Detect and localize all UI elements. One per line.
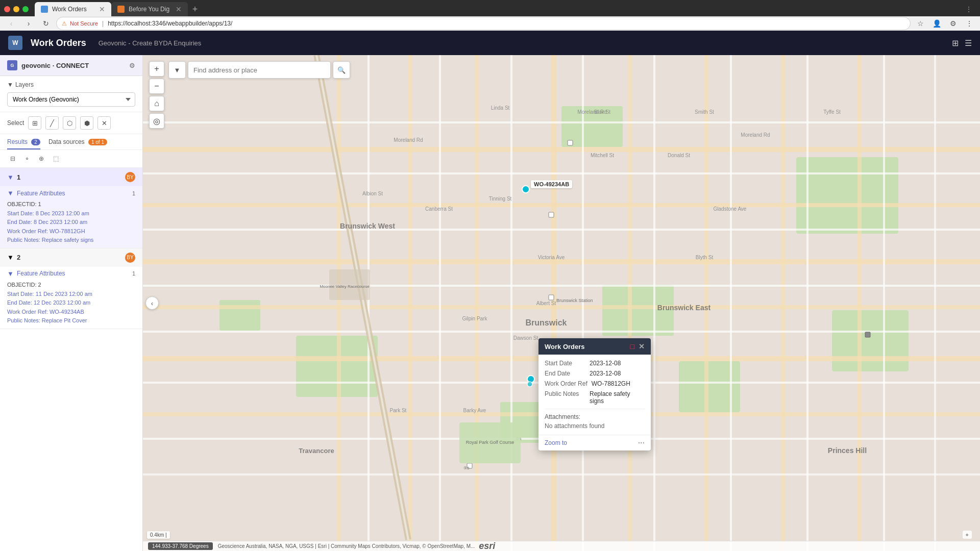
svg-rect-32	[439, 55, 441, 551]
svg-rect-38	[883, 55, 885, 551]
panel-collapse-button[interactable]: ‹	[145, 296, 159, 310]
select-tool-2[interactable]: ╱	[45, 116, 59, 130]
attr-end-1: End Date: 8 Dec 2023 12:00 am	[7, 218, 135, 227]
feature-attrs-count-1: 1	[132, 190, 135, 196]
svg-text:Tinning St: Tinning St	[489, 196, 512, 202]
layer-select[interactable]: Work Orders (Geovonic)	[7, 92, 135, 107]
svg-text:Albion St: Albion St	[362, 191, 383, 196]
popup-row-enddate: End Date 2023-12-08	[545, 370, 645, 377]
select-tool-1[interactable]: ⊞	[28, 116, 41, 130]
select-tools: Select ⊞ ╱ ⬡ ⬢ ✕	[0, 112, 142, 134]
location-button[interactable]: ◎	[149, 113, 164, 129]
attr-objectid-1: OBJECTID: 1	[7, 200, 135, 209]
tab-datasources[interactable]: Data sources 1 of 1	[48, 138, 107, 149]
result-group-header-1[interactable]: ▼ 1 BY	[0, 168, 142, 186]
svg-text:Gladstone Ave: Gladstone Ave	[714, 206, 747, 212]
svg-rect-69	[549, 212, 554, 217]
result-group-header-2[interactable]: ▼ 2 BY	[0, 248, 142, 267]
svg-rect-7	[832, 310, 909, 371]
result-group-1: ▼ 1 BY ▼ Feature Attributes 1 OBJECTID: …	[0, 168, 142, 248]
results-badge: 2	[31, 139, 40, 145]
map-area[interactable]: Brunswick West Brunswick Brunswick East …	[143, 55, 980, 551]
window-close[interactable]	[4, 6, 10, 12]
results-tool-layout[interactable]: ⊟	[7, 153, 18, 164]
attr-start-2: Start Date: 11 Dec 2023 12:00 am	[7, 290, 135, 299]
svg-text:Barky Ave: Barky Ave	[463, 408, 486, 413]
new-tab-button[interactable]: +	[188, 2, 202, 16]
svg-rect-25	[143, 229, 980, 231]
svg-text:Princes Hill: Princes Hill	[828, 446, 867, 455]
svg-text:Moreland Rd: Moreland Rd	[741, 132, 770, 138]
zoom-out-button[interactable]: −	[149, 79, 164, 94]
layers-label: ▼ Layers	[7, 81, 135, 88]
select-tool-clear[interactable]: ✕	[97, 116, 111, 130]
svg-rect-72	[568, 140, 573, 145]
forward-button[interactable]: ›	[21, 16, 36, 31]
header-menu-icon[interactable]: ☰	[965, 38, 972, 48]
panel-logo: G	[7, 60, 17, 70]
menu-button[interactable]: ⋮	[963, 17, 976, 30]
map-label-wo: WO-49234AB	[531, 180, 572, 188]
map-search-submit[interactable]: 🔍	[333, 61, 350, 79]
svg-text:Brunswick West: Brunswick West	[340, 222, 395, 230]
tab-close-1[interactable]: ✕	[99, 5, 105, 13]
back-button[interactable]: ‹	[4, 16, 18, 31]
map-search-dropdown[interactable]: ▼	[168, 61, 186, 79]
address-bar[interactable]: ⚠ Not Secure | https://localhost:3346/we…	[56, 17, 911, 30]
browser-nav-bar: ‹ › ↻ ⚠ Not Secure | https://localhost:3…	[0, 16, 980, 31]
tab-results[interactable]: Results 2	[7, 138, 40, 149]
security-warning-icon: ⚠	[62, 20, 67, 27]
tab-work-orders[interactable]: Work Orders ✕	[35, 2, 111, 16]
zoom-in-button[interactable]: +	[149, 61, 164, 77]
tab-favicon-1	[41, 6, 48, 13]
results-tool-filter[interactable]: ⚬	[21, 153, 33, 164]
svg-text:Park St: Park St	[390, 408, 407, 413]
feature-attrs-header-2: ▼ Feature Attributes 1	[7, 270, 135, 278]
header-grid-icon[interactable]: ⊞	[952, 38, 959, 48]
map-search: ▼ 🔍	[168, 61, 350, 79]
home-button[interactable]: ⌂	[149, 96, 164, 111]
feature-attrs-count-2: 1	[132, 270, 135, 277]
svg-rect-17	[475, 55, 479, 551]
popup-zoom-to[interactable]: Zoom to	[545, 439, 567, 446]
svg-rect-10	[143, 203, 980, 207]
popup-more-button[interactable]: ···	[638, 438, 645, 447]
popup-close-expand[interactable]: □	[630, 342, 634, 350]
map-popup: Work Orders □ ✕ Start Date 2023-12-08 En…	[538, 338, 651, 450]
popup-value-ref: WO-78812GH	[592, 380, 630, 387]
panel-brand: geovonic · CONNECT	[21, 62, 89, 69]
panel-settings-button[interactable]: ⚙	[129, 62, 135, 69]
status-attribution: Geoscience Australia, NASA, NGA, USGS | …	[218, 543, 475, 549]
results-tool-export[interactable]: ⬚	[50, 153, 61, 164]
layers-arrow-icon: ▼	[7, 81, 13, 88]
result-group-num-1: 1	[17, 173, 20, 181]
svg-text:Gilpin Park: Gilpin Park	[462, 316, 488, 321]
select-tool-4[interactable]: ⬢	[80, 116, 93, 130]
popup-attachments-label: Attachments:	[545, 413, 645, 420]
results-tool-zoom[interactable]: ⊕	[36, 153, 47, 164]
profile-button[interactable]: 👤	[930, 17, 943, 30]
popup-divider	[545, 409, 645, 409]
tab-before-you-dig[interactable]: Before You Dig ✕	[111, 2, 188, 16]
refresh-button[interactable]: ↻	[39, 16, 53, 31]
window-minimize[interactable]	[13, 6, 19, 12]
attr-notes-1: Public Notes: Replace safety signs	[7, 236, 135, 245]
svg-text:Smith St: Smith St	[695, 109, 714, 115]
extensions-button[interactable]: ⚙	[946, 17, 960, 30]
svg-text:Blyth St: Blyth St	[696, 255, 714, 260]
feature-attrs-2: ▼ Feature Attributes 1 OBJECTID: 2 Start…	[0, 267, 142, 329]
svg-text:Brunswick East: Brunswick East	[657, 304, 711, 312]
map-search-input[interactable]	[188, 61, 331, 79]
result-group-badge-1: BY	[125, 172, 135, 182]
attr-ref-2: Work Order Ref: WO-49234AB	[7, 308, 135, 317]
app-title: Work Orders	[31, 38, 86, 48]
svg-text:Travancore: Travancore	[299, 447, 334, 455]
bookmark-button[interactable]: ☆	[914, 17, 927, 30]
feature-attrs-header-1: ▼ Feature Attributes 1	[7, 189, 135, 197]
popup-close-button[interactable]: ✕	[639, 342, 645, 350]
svg-rect-16	[408, 55, 412, 551]
svg-point-82	[522, 186, 529, 193]
window-maximize[interactable]	[22, 6, 29, 12]
select-tool-3[interactable]: ⬡	[63, 116, 76, 130]
tab-close-2[interactable]: ✕	[176, 5, 182, 13]
